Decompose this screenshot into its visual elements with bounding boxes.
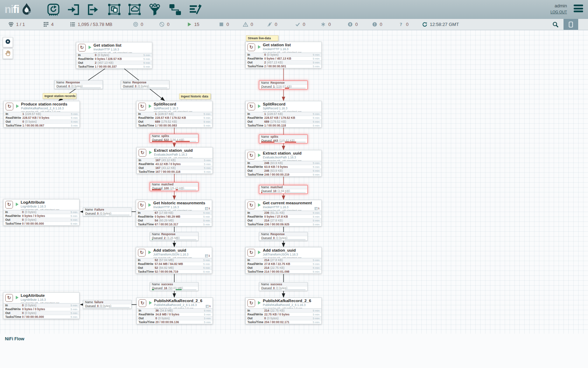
- operate-palette-toggle[interactable]: [3, 49, 13, 59]
- size-threshold-bar: [285, 142, 306, 143]
- processor-stats: In 52(57.04 MB) 5 min Read/Write 57.04 M…: [136, 258, 212, 273]
- relationship-name: matched: [161, 183, 174, 186]
- connection-label[interactable]: Namematched Queued100(25.43 KB): [150, 182, 198, 191]
- stat-row-in: In 167(43.12 KB) 5 min: [137, 158, 212, 162]
- stat-row-readwrite: Read/Write 34.8 MB / 0 bytes 5 min: [137, 312, 212, 316]
- toolbar-funnel-button[interactable]: [148, 4, 161, 16]
- refresh-icon: [422, 22, 427, 27]
- processor-name: Get historic measurements: [153, 201, 210, 205]
- stat-row-in: In 246(63.9 KB) 5 min: [246, 161, 321, 165]
- disabled-icon: [267, 22, 272, 27]
- threads-badge-icon: [205, 207, 208, 210]
- stat-row-readwrite: Read/Write 63.9 KB / 0 bytes 5 min: [246, 165, 321, 169]
- flow-status-bar: 1 / 1 4 1,095 / 53.78 MB 0 0 15 0: [0, 19, 588, 30]
- canvas-label[interactable]: Stream live-data: [246, 35, 278, 41]
- panel-toggle-button[interactable]: [564, 19, 578, 30]
- navigate-palette-toggle[interactable]: [3, 37, 13, 47]
- processor-header: PublishKafkaRecord_2_6 PublishKafkaRecor…: [137, 298, 212, 308]
- run-status-running-icon: [16, 296, 19, 299]
- status-cluster: 1 / 1: [8, 19, 25, 30]
- stopped-icon: [219, 22, 224, 27]
- run-status-running-icon: [148, 251, 151, 254]
- stat-row-tasks: Tasks/Time 236 / 00:00:09.925 5 min: [246, 222, 321, 226]
- connection-label[interactable]: NameResponse Queued0(0 bytes): [121, 80, 169, 89]
- stat-row-in: In 0(0 bytes) 5 min: [4, 210, 79, 214]
- processor-node[interactable]: Extract station_uuid EvaluateJsonPath 1.…: [136, 147, 213, 174]
- canvas-label[interactable]: Ingest station records: [43, 93, 76, 99]
- size-threshold-bar: [176, 189, 196, 190]
- logout-link[interactable]: LOG OUT: [551, 10, 567, 14]
- processor-node[interactable]: Extract station_uuid EvaluateJsonPath 1.…: [245, 150, 322, 177]
- processor-stats: In 0(0 bytes) 5 min Read/Write 0 bytes /…: [4, 210, 79, 225]
- connection-label[interactable]: Namesuccess Queued0(0 bytes): [259, 282, 308, 291]
- processor-stats: In 167(43.12 KB) 5 min Read/Write 43.12 …: [137, 158, 212, 173]
- processor-node[interactable]: LogAttribute LogAttribute 1.16.3 org.apa…: [3, 292, 79, 319]
- relationship-name: failure: [94, 300, 104, 304]
- run-status-running-icon: [148, 203, 151, 207]
- processor-node[interactable]: Get station list InvokeHTTP 1.16.3 org.a…: [245, 42, 322, 68]
- processor-node[interactable]: PublishKafkaRecord_2_6 PublishKafkaRecor…: [136, 298, 213, 324]
- connection-label[interactable]: Namematched Queued10(2.59 KB): [259, 185, 308, 194]
- breadcrumb[interactable]: NiFi Flow: [5, 336, 24, 341]
- processor-node[interactable]: Get current measurement InvokeHTTP 1.16.…: [245, 200, 322, 226]
- processor-node[interactable]: Get station list InvokeHTTP 1.16.3 org.a…: [76, 42, 152, 69]
- processor-node[interactable]: Produce station records PublishKafkaReco…: [4, 101, 80, 128]
- status-up-to-date: 0: [295, 19, 305, 30]
- connection-label[interactable]: NameResponse Queued1(228.57 KB): [259, 81, 308, 89]
- stat-row-out: Out 0(0 bytes) 5 min: [246, 316, 321, 320]
- stat-row-readwrite: Read/Write 0 bytes / 60.29 MB 5 min: [136, 214, 212, 218]
- stat-row-tasks: Tasks/Time 2 / 00:00:00.501 5 min: [246, 64, 321, 68]
- status-threads: 4: [43, 19, 54, 30]
- toolbar-label-button[interactable]: [189, 4, 202, 16]
- flow-canvas[interactable]: Stream live-data Ingest station records …: [0, 30, 588, 368]
- processor-type: PublishKafkaRecord_2_6 1.16.3: [263, 304, 320, 307]
- relationship-name: Response: [66, 81, 80, 84]
- processor-node[interactable]: SplitRecord SplitRecord 1.16.3 org.apach…: [245, 101, 322, 128]
- connection-label[interactable]: Namesuccess Queued16(50.03 MB): [150, 282, 198, 291]
- processor-type: EvaluateJsonPath 1.16.3: [263, 156, 320, 159]
- processor-header: Add station_uuid JoltTransformJSON 1.16.…: [246, 247, 321, 258]
- toolbar-template-button[interactable]: [169, 4, 182, 16]
- processor-stats: In 0(0 bytes) 5 min Read/Write 0 bytes /…: [76, 53, 152, 68]
- stat-row-out: Out 2(457.13 KB) 5 min: [76, 61, 152, 64]
- processor-node[interactable]: LogAttribute LogAttribute 1.16.3 org.apa…: [3, 199, 79, 226]
- processor-header: SplitRecord SplitRecord 1.16.3 org.apach…: [136, 101, 212, 112]
- run-status-running-icon: [16, 104, 19, 108]
- processor-node[interactable]: Add station_uuid JoltTransformJSON 1.16.…: [245, 247, 322, 274]
- processor-node[interactable]: Add station_uuid JoltTransformJSON 1.16.…: [136, 247, 212, 274]
- toolbar-input-port-button[interactable]: [67, 4, 80, 16]
- processor-node[interactable]: Get historic measurements InvokeHTTP 1.1…: [136, 200, 212, 226]
- toolbar-output-port-button[interactable]: [88, 4, 100, 16]
- canvas-label[interactable]: Ingest historic data: [179, 94, 211, 99]
- processor-name: Add station_uuid: [263, 248, 320, 253]
- toolbar-remote-process-group-button[interactable]: [128, 4, 141, 16]
- connection-label[interactable]: Namefailure Queued0(0 bytes): [83, 300, 132, 309]
- processor-type: InvokeHTTP 1.16.3: [93, 48, 150, 51]
- connection-label[interactable]: Namesplits Queued522(136.4 KB): [150, 134, 198, 143]
- toolbar-process-group-button[interactable]: [108, 4, 121, 16]
- processor-name: Extract station_uuid: [263, 151, 320, 156]
- connection-label[interactable]: Namesplits Queued443(115.62 KB): [259, 135, 308, 143]
- stat-row-in: In 1(228.57 KB) 5 min: [136, 112, 212, 116]
- connection-label[interactable]: NameResponse Queued2(3.25 MB): [150, 232, 198, 241]
- processor-icon: [138, 202, 146, 209]
- connection-label[interactable]: NameResponse Queued0(0 bytes): [259, 232, 308, 241]
- connection-label[interactable]: NameFailure Queued0(0 bytes): [83, 207, 132, 216]
- connection-label[interactable]: NameResponse Queued0(0 bytes): [54, 80, 103, 89]
- backpressure-bars: [261, 88, 306, 89]
- status-disabled: 0: [267, 19, 277, 30]
- invalid-icon: [243, 22, 248, 27]
- stat-row-out: Out 214(22.75 KB) 5 min: [246, 266, 321, 270]
- processor-node[interactable]: PublishKafkaRecord_2_6 PublishKafkaRecor…: [245, 298, 322, 324]
- status-locally-modified-stale: 0: [372, 19, 382, 30]
- backpressure-bars: [152, 141, 196, 142]
- toolbar-processor-button[interactable]: [47, 4, 60, 16]
- relationship-name: success: [271, 282, 282, 286]
- search-icon[interactable]: [552, 21, 559, 28]
- global-menu-icon[interactable]: [574, 5, 583, 14]
- processor-icon: [247, 152, 255, 159]
- stat-row-out: Out 167(43.12 KB) 5 min: [137, 166, 212, 170]
- processor-node[interactable]: SplitRecord SplitRecord 1.16.3 org.apach…: [136, 101, 212, 128]
- processor-stats: In 236(61.31 KB) 5 min Read/Write 0 byte…: [246, 211, 321, 226]
- stat-row-tasks: Tasks/Time 67 / 00:00:10.317 5 min: [136, 222, 212, 226]
